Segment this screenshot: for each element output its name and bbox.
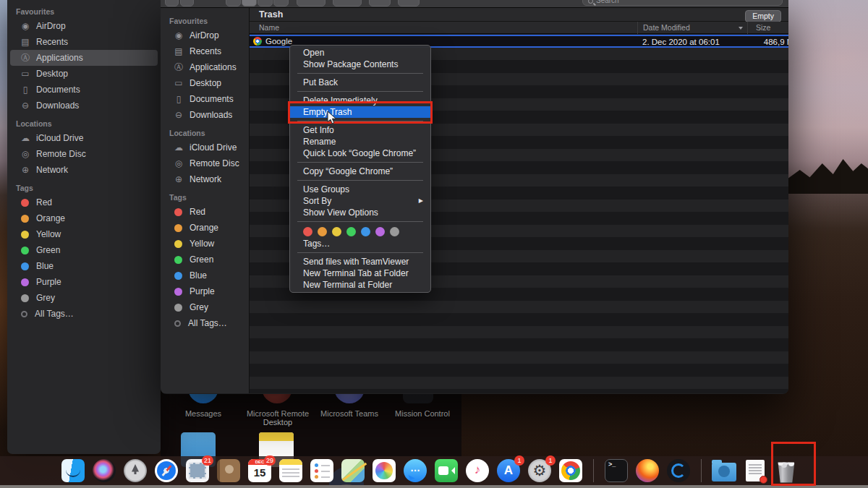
tags-button[interactable] [398,0,420,7]
dock-siri-icon[interactable] [91,458,117,483]
dock-terminal-icon[interactable]: >_ [603,458,629,483]
tag-dot-purple [174,288,182,296]
dock-documents-stack-icon[interactable] [742,458,768,483]
column-date-modified[interactable]: Date Modified [643,23,690,32]
column-divider[interactable] [747,22,748,34]
sidebar-item-documents[interactable]: ▯Documents [163,91,246,107]
search-field[interactable]: Search [582,0,783,6]
documents-icon: ▯ [19,85,32,95]
column-divider[interactable] [637,22,638,34]
sidebar-all-tags[interactable]: All Tags… [10,306,158,322]
empty-trash-button[interactable]: Empty [745,10,781,22]
group-button[interactable] [297,0,326,7]
menu-item-copy[interactable]: Copy “Google Chrome” [290,166,430,177]
menu-item-new-terminal-tab[interactable]: New Terminal Tab at Folder [290,267,430,279]
dock-safari-icon[interactable] [153,458,179,483]
dock-contacts-icon[interactable] [216,458,242,483]
menu-item-use-groups[interactable]: Use Groups [290,184,430,195]
dock-system-preferences-icon[interactable]: ⚙1 [527,458,553,483]
sidebar-item-network[interactable]: ⊕Network [163,171,246,187]
sidebar-item-applications-selected[interactable]: ⒶApplications [10,50,158,66]
sidebar-tag-blue[interactable]: Blue [163,267,246,283]
menu-item-show-view-options[interactable]: Show View Options [290,207,430,218]
column-size[interactable]: Size [756,23,770,32]
sidebar-tag-red[interactable]: Red [163,204,246,220]
menu-item-put-back[interactable]: Put Back [290,77,430,88]
file-name: Google [265,37,292,46]
menu-item-sort-by[interactable]: Sort By▶ [290,195,430,207]
menu-tag-blue[interactable] [361,227,370,236]
sidebar-tag-purple[interactable]: Purple [163,283,246,299]
column-view-button[interactable] [258,0,273,7]
action-gear-button[interactable] [333,0,362,7]
sidebar-item-icloud[interactable]: ☁iCloud Drive [10,130,158,146]
sidebar-item-documents[interactable]: ▯Documents [10,82,158,98]
sidebar-tag-purple[interactable]: Purple [10,274,158,290]
dock-messages-icon[interactable]: … [402,458,428,483]
dock-maps-icon[interactable] [340,458,366,483]
menu-item-rename[interactable]: Rename [290,136,430,147]
sidebar-tag-orange[interactable]: Orange [163,220,246,236]
sidebar-item-recents[interactable]: ▤Recents [163,43,246,59]
sidebar-item-remote-disc[interactable]: ◎Remote Disc [163,155,246,171]
sidebar-item-applications[interactable]: ⒶApplications [163,59,246,75]
menu-item-new-terminal[interactable]: New Terminal at Folder [290,279,430,291]
menu-item-send-teamviewer[interactable]: Send files with TeamViewer [290,256,430,267]
sidebar-tag-blue[interactable]: Blue [10,258,158,274]
menu-tag-purple[interactable] [375,227,385,236]
dock-reminders-icon[interactable] [309,458,335,483]
sidebar-item-network[interactable]: ⊕Network [10,162,158,178]
menu-tag-grey[interactable] [390,227,399,236]
dock-itunes-icon[interactable]: ♪ [464,458,490,483]
dock-notes-icon[interactable] [278,458,304,483]
menu-item-open[interactable]: Open [290,47,430,59]
menu-item-quick-look[interactable]: Quick Look “Google Chrome” [290,147,430,159]
menu-tag-red[interactable] [303,227,312,236]
sidebar-item-downloads[interactable]: ⊖Downloads [163,107,246,123]
sidebar-item-remote-disc[interactable]: ◎Remote Disc [10,146,158,162]
sidebar-item-desktop[interactable]: ▭Desktop [163,75,246,91]
forward-button[interactable] [180,0,194,7]
dock-photos-icon[interactable] [371,458,397,483]
dock-calendar-icon[interactable]: DEC15 29 [247,458,273,483]
dock-firefox-icon[interactable] [634,458,660,483]
dock-mail-icon[interactable]: 21 [184,458,210,483]
sidebar-item-downloads[interactable]: ⊖Downloads [10,98,158,114]
sidebar-item-desktop[interactable]: ▭Desktop [10,66,158,82]
dock-facetime-icon[interactable] [433,458,459,483]
gallery-view-button[interactable] [273,0,289,7]
sidebar-tag-yellow[interactable]: Yellow [10,226,158,242]
list-view-button[interactable] [242,0,257,7]
column-name[interactable]: Name [259,23,279,32]
menu-tag-yellow[interactable] [332,227,341,236]
menu-item-get-info[interactable]: Get Info [290,124,430,136]
dock-downloads-folder-icon[interactable] [711,458,737,483]
dock-finder-icon[interactable] [60,458,86,483]
sidebar-tag-red[interactable]: Red [10,194,158,210]
menu-tag-orange[interactable] [318,227,327,236]
sidebar-tag-green[interactable]: Green [163,252,246,267]
sidebar-tag-orange[interactable]: Orange [10,210,158,226]
sidebar-all-tags[interactable]: All Tags… [163,315,246,331]
sidebar-tag-yellow[interactable]: Yellow [163,236,246,252]
menu-tag-green[interactable] [346,227,356,236]
sidebar-tag-grey[interactable]: Grey [10,290,158,306]
recents-icon: ▤ [172,46,185,56]
share-button[interactable] [369,0,391,7]
sidebar-item-recents[interactable]: ▤Recents [10,34,158,50]
icon-view-button[interactable] [226,0,241,7]
sidebar-tag-green[interactable]: Green [10,242,158,258]
submenu-arrow-icon: ▶ [419,195,423,207]
dock-launchpad-icon[interactable] [122,458,148,483]
back-button[interactable] [165,0,179,7]
sidebar-item-icloud[interactable]: ☁iCloud Drive [163,140,246,155]
sidebar-tag-grey[interactable]: Grey [163,299,246,315]
menu-item-show-package-contents[interactable]: Show Package Contents [290,59,430,70]
dock-appstore-icon[interactable]: A1 [495,458,522,483]
dock-chrome-icon[interactable] [558,458,584,483]
sidebar-item-airdrop[interactable]: ◉AirDrop [163,27,246,43]
menu-item-tags[interactable]: Tags… [290,238,430,249]
dock-dark-app-icon[interactable] [665,458,692,483]
prefs-badge: 1 [545,455,556,466]
sidebar-item-airdrop[interactable]: ◉AirDrop [10,18,158,34]
